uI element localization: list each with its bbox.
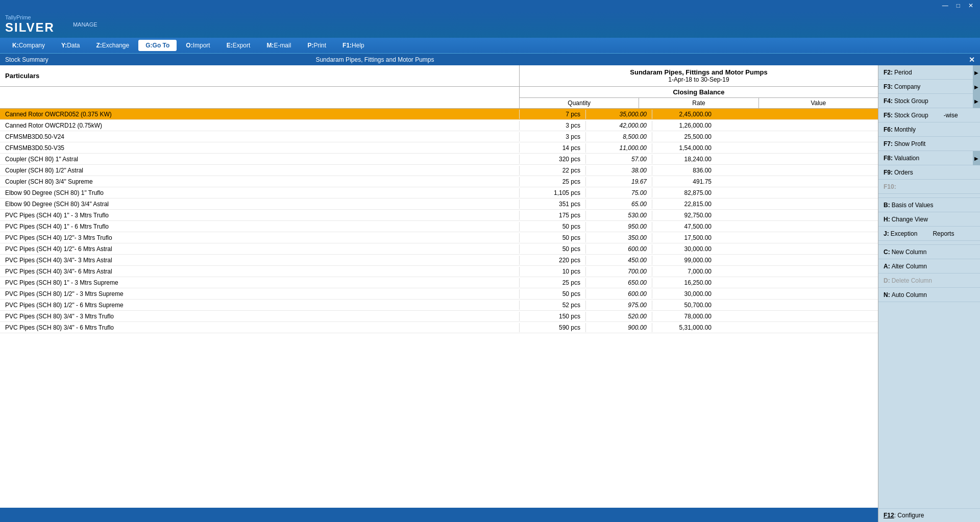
row-value: 82,875.00 (652, 188, 719, 197)
cb-cols: Quantity Rate Value (520, 98, 878, 108)
table-row[interactable]: PVC Pipes (SCH 40) 3/4"- 6 Mtrs Astral10… (0, 266, 878, 277)
manage-label: MANAGE (73, 21, 97, 28)
row-value: 50,700.00 (652, 301, 719, 310)
menu-item-exchange[interactable]: Z:Exchange (89, 40, 137, 51)
menu-item-e-mail[interactable]: M:E-mail (259, 40, 298, 51)
sidebar-item-h[interactable]: H: Change View (878, 212, 980, 227)
table-row[interactable]: PVC Pipes (SCH 40) 3/4"- 3 Mtrs Astral22… (0, 255, 878, 266)
sidebar-item-f8[interactable]: F8: Valuation (878, 151, 973, 165)
row-name: PVC Pipes (SCH 80) 3/4" - 3 Mtrs Truflo (0, 312, 520, 321)
table-row[interactable]: PVC Pipes (SCH 40) 1" - 6 Mtrs Truflo50 … (0, 221, 878, 232)
sidebar-item-f7[interactable]: F7: Show Profit (878, 137, 980, 151)
row-name: PVC Pipes (SCH 80) 1/2" - 3 Mtrs Supreme (0, 289, 520, 299)
cb-spacer (0, 87, 520, 108)
row-rate: 650.00 (586, 278, 652, 287)
row-qty: 1,105 pcs (520, 188, 586, 197)
maximize-button[interactable]: □ (954, 2, 963, 9)
sidebar-key: F7: (884, 140, 893, 147)
menu-item-export[interactable]: E:Export (219, 40, 258, 51)
sidebar-arrow-f4[interactable]: ▶ (973, 94, 980, 108)
row-name: Elbow 90 Degree (SCH 80) 3/4" Astral (0, 200, 520, 209)
company-date-header: 1-Apr-18 to 30-Sep-19 (668, 76, 729, 83)
sidebar-key: F10: (884, 183, 896, 190)
row-qty: 320 pcs (520, 155, 586, 164)
table-row[interactable]: CFMSMB3D0.50-V243 pcs8,500.0025,500.00 (0, 131, 878, 142)
row-qty: 220 pcs (520, 256, 586, 265)
row-qty: 3 pcs (520, 121, 586, 130)
company-info: Sundaram Pipes, Fittings and Motor Pumps… (520, 65, 878, 86)
table-row[interactable]: PVC Pipes (SCH 40) 1" - 3 Mtrs Truflo175… (0, 210, 878, 221)
sidebar-item-b[interactable]: B: Basis of Values (878, 198, 980, 212)
info-close-button[interactable]: ✕ (969, 56, 975, 64)
row-value: 17,500.00 (652, 233, 719, 242)
menu-item-print[interactable]: P:Print (300, 40, 333, 51)
table-row[interactable]: PVC Pipes (SCH 80) 1/2" - 3 Mtrs Supreme… (0, 288, 878, 300)
sidebar-item-n[interactable]: N: Auto Column (878, 288, 980, 302)
sidebar-item-f9[interactable]: F9: Orders (878, 165, 980, 180)
sidebar-item-f2[interactable]: F2: Period (878, 65, 973, 80)
table-row[interactable]: Canned Rotor OWCRD052 (0.375 KW)7 pcs35,… (0, 109, 878, 120)
row-rate: 450.00 (586, 256, 652, 265)
table-row[interactable]: Coupler (SCH 80) 1" Astral320 pcs57.0018… (0, 154, 878, 165)
row-rate: 600.00 (586, 289, 652, 299)
row-value: 836.00 (652, 166, 719, 175)
main-content: Particulars Sundaram Pipes, Fittings and… (0, 65, 980, 522)
sidebar-key: D: (884, 277, 890, 284)
row-rate: 42,000.00 (586, 121, 652, 130)
stock-summary-label: Stock Summary (5, 56, 48, 63)
row-qty: 175 pcs (520, 211, 586, 220)
row-name: Elbow 90 Degree (SCH 80) 1" Truflo (0, 188, 520, 197)
row-qty: 25 pcs (520, 177, 586, 186)
row-rate: 530.00 (586, 211, 652, 220)
sidebar-item-a[interactable]: A: Alter Column (878, 259, 980, 274)
f12-configure[interactable]: F12: Configure (878, 508, 980, 522)
row-value: 18,240.00 (652, 155, 719, 164)
row-rate: 19.67 (586, 177, 652, 186)
row-value: 1,54,000.00 (652, 143, 719, 153)
table-row[interactable]: PVC Pipes (SCH 40) 1/2"- 6 Mtrs Astral50… (0, 243, 878, 255)
row-rate: 950.00 (586, 222, 652, 231)
sidebar-item-c[interactable]: C: New Column (878, 245, 980, 259)
row-rate: 75.00 (586, 188, 652, 197)
minimize-button[interactable]: — (940, 2, 951, 9)
table-row[interactable]: CFMSMB3D0.50-V3514 pcs11,000.001,54,000.… (0, 142, 878, 154)
sidebar-item-f10: F10: (878, 180, 980, 194)
table-row[interactable]: PVC Pipes (SCH 40) 1/2"- 3 Mtrs Truflo50… (0, 232, 878, 243)
sidebar-item-j[interactable]: J: ExceptionReports (878, 227, 980, 241)
row-value: 1,26,000.00 (652, 121, 719, 130)
row-rate: 900.00 (586, 323, 652, 332)
close-window-button[interactable]: ✕ (966, 2, 976, 9)
sidebar-arrow-f3[interactable]: ▶ (973, 80, 980, 94)
sidebar-items-container: F2: Period▶F3: Company▶F4: Stock Group▶F… (878, 65, 980, 302)
sidebar-item-f5[interactable]: F5: Stock Group-wise (878, 108, 980, 122)
table-row[interactable]: Coupler (SCH 80) 1/2" Astral22 pcs38.008… (0, 165, 878, 176)
right-sidebar: F2: Period▶F3: Company▶F4: Stock Group▶F… (878, 65, 980, 522)
stock-panel: Particulars Sundaram Pipes, Fittings and… (0, 65, 878, 522)
table-row[interactable]: Elbow 90 Degree (SCH 80) 3/4" Astral351 … (0, 198, 878, 210)
table-row[interactable]: Coupler (SCH 80) 3/4" Supreme25 pcs19.67… (0, 176, 878, 187)
menu-item-import[interactable]: O:Import (179, 40, 217, 51)
menu-item-data[interactable]: Y:Data (54, 40, 87, 51)
row-value: 99,000.00 (652, 256, 719, 265)
menu-item-help[interactable]: F1:Help (335, 40, 372, 51)
table-row[interactable]: PVC Pipes (SCH 80) 1/2" - 6 Mtrs Supreme… (0, 300, 878, 311)
table-row[interactable]: PVC Pipes (SCH 80) 1" - 3 Mtrs Supreme25… (0, 277, 878, 288)
sidebar-arrow-f8[interactable]: ▶ (973, 151, 980, 165)
menu-item-company[interactable]: K:Company (5, 40, 52, 51)
sidebar-item-f3[interactable]: F3: Company (878, 80, 973, 94)
table-row[interactable]: PVC Pipes (SCH 80) 3/4" - 6 Mtrs Truflo5… (0, 322, 878, 333)
sidebar-arrow-f2[interactable]: ▶ (973, 65, 980, 80)
table-row[interactable]: Canned Rotor OWCRD12 (0.75kW)3 pcs42,000… (0, 120, 878, 131)
stock-table[interactable]: Canned Rotor OWCRD052 (0.375 KW)7 pcs35,… (0, 109, 878, 508)
table-row[interactable]: Elbow 90 Degree (SCH 80) 1" Truflo1,105 … (0, 187, 878, 198)
table-row[interactable]: PVC Pipes (SCH 80) 3/4" - 3 Mtrs Truflo1… (0, 311, 878, 322)
row-rate: 975.00 (586, 301, 652, 310)
sidebar-item-f6[interactable]: F6: Monthly (878, 122, 980, 137)
row-qty: 14 pcs (520, 143, 586, 153)
sidebar-item-f4[interactable]: F4: Stock Group (878, 94, 973, 108)
sidebar-gap (878, 194, 980, 198)
row-qty: 50 pcs (520, 244, 586, 254)
row-qty: 351 pcs (520, 200, 586, 209)
menu-item-goto[interactable]: G:Go To (138, 40, 177, 51)
row-qty: 590 pcs (520, 323, 586, 332)
